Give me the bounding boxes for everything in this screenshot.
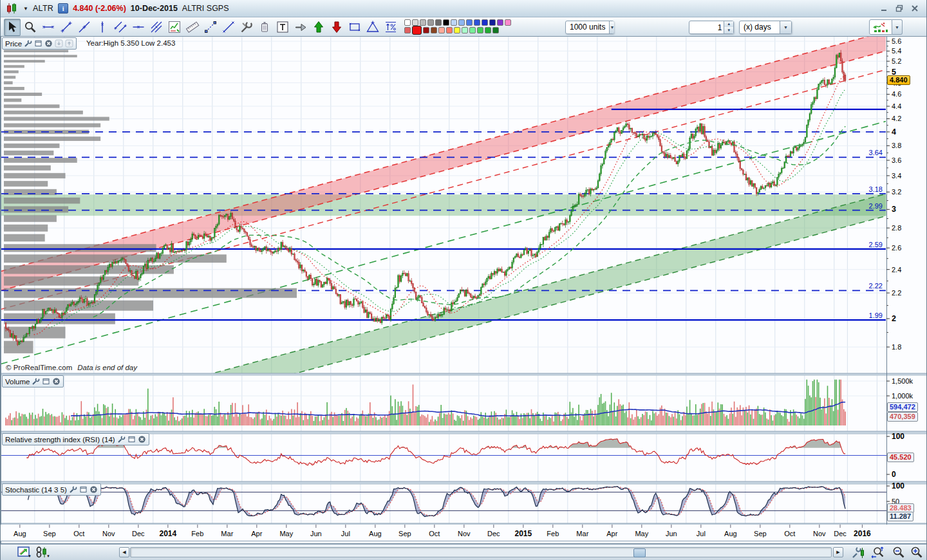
move-pane-down-icon[interactable] — [55, 39, 63, 48]
stochastic-k-value: 11.287 — [887, 512, 913, 521]
svg-text:2.6: 2.6 — [892, 244, 901, 252]
tool-text[interactable] — [274, 19, 291, 36]
color-swatch[interactable] — [466, 19, 473, 26]
tool-fan-lines[interactable] — [148, 19, 165, 36]
chevron-down-icon[interactable]: ▼ — [609, 21, 614, 33]
svg-text:3.8: 3.8 — [892, 142, 901, 149]
scrollbar-thumb[interactable] — [633, 548, 646, 557]
detach-window-icon[interactable] — [127, 435, 136, 443]
svg-text:5.2: 5.2 — [892, 57, 901, 65]
tool-pointer[interactable] — [4, 19, 21, 36]
zoom-in-icon[interactable] — [910, 546, 923, 559]
copyright-watermark: © ProRealTime.comData is end of day — [6, 364, 137, 371]
color-swatch[interactable] — [438, 27, 445, 33]
color-swatch[interactable] — [458, 19, 465, 26]
color-swatch[interactable] — [404, 27, 411, 33]
wrench-icon[interactable] — [69, 485, 77, 494]
drawing-toolbar: 1000 units▼ 1 ▲▼ (x) days▼ ▼ — [1, 17, 926, 38]
color-swatch[interactable] — [505, 19, 511, 26]
svg-text:Jun: Jun — [666, 530, 677, 537]
zoom-fit-icon[interactable] — [871, 546, 885, 559]
chevron-down-icon[interactable]: ▼ — [780, 21, 791, 33]
period-spinner[interactable]: ▲▼ — [724, 21, 733, 33]
volume-last-value: 470,359 — [887, 412, 918, 422]
title-bar: ▼ ALTR i 4.840 (-2.06%) 10-Dec-2015 ALTR… — [1, 0, 926, 17]
detach-window-icon[interactable] — [79, 485, 88, 494]
color-swatch[interactable] — [462, 27, 468, 33]
color-swatch[interactable] — [435, 19, 442, 26]
chevron-down-icon[interactable]: ▼ — [46, 554, 50, 558]
wrench-icon[interactable] — [117, 435, 126, 443]
chart-style-dropdown[interactable]: ▼ — [892, 19, 903, 35]
detach-window-icon[interactable] — [42, 377, 50, 386]
tool-triangle[interactable] — [364, 19, 381, 36]
tool-parallel-channel[interactable] — [112, 19, 129, 36]
color-swatch[interactable] — [404, 19, 411, 26]
period-unit-select[interactable]: (x) days▼ — [739, 21, 792, 34]
scrollbar-track[interactable] — [130, 547, 832, 557]
tool-arrow-down[interactable] — [328, 19, 345, 36]
units-select[interactable]: 1000 units▼ — [565, 21, 614, 34]
wrench-icon[interactable] — [24, 39, 32, 48]
color-swatch[interactable] — [454, 27, 460, 33]
candlestick-chart-icon[interactable] — [6, 3, 19, 14]
move-pane-up-icon[interactable] — [65, 39, 73, 48]
tool-delete[interactable] — [256, 19, 273, 36]
color-swatch[interactable] — [423, 27, 429, 33]
color-swatch[interactable] — [420, 19, 426, 26]
color-swatch[interactable] — [412, 19, 418, 26]
tool-ruler[interactable] — [184, 19, 201, 36]
tool-segment[interactable] — [58, 19, 75, 36]
close-icon[interactable] — [52, 377, 61, 386]
chart-canvas[interactable]: 1.992.222.592.993.183.641.822.22.42.62.8… — [1, 36, 927, 544]
color-swatch[interactable] — [474, 19, 480, 26]
tool-polyline[interactable] — [202, 19, 219, 36]
scroll-left-button[interactable]: ◀ — [119, 547, 129, 557]
restore-button[interactable] — [893, 3, 906, 14]
color-swatch[interactable] — [412, 26, 422, 35]
tool-horizontal-line[interactable] — [130, 19, 147, 36]
tool-line[interactable] — [76, 19, 93, 36]
svg-text:2.8: 2.8 — [892, 224, 901, 232]
detach-window-icon[interactable] — [34, 39, 42, 48]
color-swatch[interactable] — [451, 19, 457, 26]
color-swatch[interactable] — [492, 27, 499, 33]
svg-text:Jun: Jun — [310, 530, 322, 537]
color-swatch[interactable] — [446, 27, 453, 33]
instrument-dropdown-caret[interactable]: ▼ — [23, 6, 28, 12]
svg-text:Apr: Apr — [251, 530, 262, 537]
tool-rectangle[interactable] — [346, 19, 363, 36]
scroll-right-button[interactable]: ▶ — [833, 547, 843, 557]
color-swatch[interactable] — [485, 27, 491, 33]
tool-zoom[interactable] — [22, 19, 39, 36]
color-swatch[interactable] — [477, 27, 483, 33]
minimize-button[interactable] — [877, 3, 890, 14]
color-swatch[interactable] — [489, 19, 496, 26]
tool-drawing-tools[interactable] — [238, 19, 255, 36]
close-icon[interactable] — [89, 485, 98, 494]
chart-style-button[interactable] — [869, 19, 892, 35]
tool-forward-arrow[interactable] — [292, 19, 309, 36]
period-value-input[interactable]: 1 ▲▼ — [689, 21, 734, 34]
tool-horizontal-segment[interactable] — [40, 19, 57, 36]
tool-vertical-line[interactable] — [94, 19, 111, 36]
tool-price-percentage[interactable] — [382, 19, 399, 36]
color-swatch[interactable] — [469, 27, 476, 33]
close-icon[interactable] — [138, 435, 146, 443]
info-icon[interactable]: i — [58, 3, 68, 14]
close-icon[interactable] — [44, 39, 53, 48]
tool-chart-annotation[interactable] — [166, 19, 183, 36]
tool-arrow-up[interactable] — [310, 19, 327, 36]
color-swatch[interactable] — [427, 19, 434, 26]
color-swatch[interactable] — [482, 19, 488, 26]
chevron-down-icon[interactable]: ▼ — [28, 554, 32, 558]
chart-settings-icon[interactable] — [852, 546, 865, 559]
wrench-icon[interactable] — [32, 377, 40, 386]
color-swatch[interactable] — [497, 19, 503, 26]
color-swatch[interactable] — [443, 19, 449, 26]
close-button[interactable] — [908, 3, 921, 14]
trading-app-window: ▼ ALTR i 4.840 (-2.06%) 10-Dec-2015 ALTR… — [0, 0, 927, 560]
color-swatch[interactable] — [431, 27, 437, 33]
tool-trend-line[interactable] — [220, 19, 237, 36]
zoom-out-icon[interactable] — [892, 546, 905, 559]
